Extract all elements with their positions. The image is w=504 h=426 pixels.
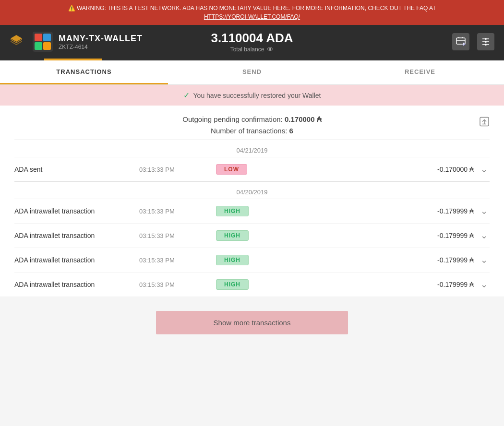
pending-text: Outgoing pending confirmation: 0.170000 …	[14, 115, 490, 124]
tx-count-text: Number of transactions: 6	[14, 127, 490, 135]
eye-icon[interactable]: 👁	[267, 46, 274, 53]
tx-expand-button[interactable]: ⌄	[479, 255, 490, 265]
svg-rect-6	[35, 42, 42, 50]
warning-banner: ⚠️ WARNING: THIS IS A TEST NETWORK. ADA …	[0, 0, 504, 25]
show-more-wrap: Show more transactions	[0, 296, 504, 349]
svg-rect-7	[43, 42, 51, 50]
pending-section: Outgoing pending confirmation: 0.170000 …	[14, 106, 490, 140]
tx-row: ADA intrawallet transaction 03:15:33 PM …	[14, 223, 490, 248]
tx-row: ADA intrawallet transaction 03:15:33 PM …	[14, 272, 490, 296]
tx-badge-high: HIGH	[216, 230, 249, 241]
tx-badge-high: HIGH	[216, 279, 249, 290]
balance-label: Total balance 👁	[211, 46, 293, 53]
tx-time: 03:15:33 PM	[139, 257, 216, 264]
tx-badge-wrap: HIGH	[216, 255, 283, 265]
send-receive-button[interactable]	[452, 33, 469, 50]
tx-badge-wrap: HIGH	[216, 230, 283, 241]
success-text: You have successfully restored your Wall…	[193, 92, 321, 99]
pending-ada-symbol: ₳	[317, 115, 322, 123]
tx-expand-button[interactable]: ⌄	[479, 279, 490, 290]
wallet-info: MANY-TX-WALLET ZKTZ-4614	[59, 34, 143, 50]
success-banner: ✓ You have successfully restored your Wa…	[0, 85, 504, 106]
warning-link[interactable]: HTTPS://YOROI-WALLET.COM/FAQ/	[8, 12, 496, 21]
date-label-1: 04/20/2019	[14, 182, 490, 199]
wallet-id: ZKTZ-4614	[59, 44, 143, 50]
export-button[interactable]	[479, 116, 490, 129]
tab-send[interactable]: SEND	[168, 60, 336, 84]
tx-row: ADA intrawallet transaction 03:15:33 PM …	[14, 248, 490, 272]
tx-amount: -0.170000 ₳	[283, 166, 479, 173]
tx-expand-button[interactable]: ⌄	[479, 206, 490, 216]
svg-point-11	[485, 44, 487, 46]
header: MANY-TX-WALLET ZKTZ-4614 3.110004 ADA To…	[0, 25, 504, 59]
tx-expand-button[interactable]: ⌄	[479, 164, 490, 175]
tab-transactions[interactable]: TRANSACTIONS	[0, 60, 168, 84]
settings-button[interactable]	[477, 33, 494, 50]
tx-time: 03:15:33 PM	[139, 281, 216, 288]
tx-badge-wrap: HIGH	[216, 279, 283, 290]
header-right	[452, 33, 494, 50]
tx-amount: -0.179999 ₳	[283, 232, 479, 239]
tab-receive[interactable]: RECEIVE	[336, 60, 504, 84]
tx-badge-low: LOW	[216, 164, 247, 175]
tx-type: ADA intrawallet transaction	[14, 207, 139, 215]
tx-type: ADA intrawallet transaction	[14, 256, 139, 264]
svg-point-10	[485, 41, 487, 43]
layers-icon	[10, 34, 23, 50]
warning-text: WARNING: THIS IS A TEST NETWORK. ADA HAS…	[77, 5, 436, 12]
main-content: Outgoing pending confirmation: 0.170000 …	[0, 106, 504, 296]
tx-amount: -0.179999 ₳	[283, 207, 479, 215]
tx-amount: -0.179999 ₳	[283, 256, 479, 264]
tx-row: ADA sent 03:13:33 PM LOW -0.170000 ₳ ⌄	[14, 157, 490, 181]
wallet-logo	[33, 32, 53, 52]
date-label-0: 04/21/2019	[14, 140, 490, 157]
balance-amount: 3.110004 ADA	[211, 31, 293, 46]
show-more-transactions-button[interactable]: Show more transactions	[156, 311, 348, 334]
svg-rect-5	[43, 34, 51, 41]
header-center: 3.110004 ADA Total balance 👁	[211, 31, 293, 53]
tx-row: ADA intrawallet transaction 03:15:33 PM …	[14, 199, 490, 223]
tx-type: ADA intrawallet transaction	[14, 281, 139, 288]
tabs: TRANSACTIONS SEND RECEIVE	[0, 60, 504, 85]
tx-badge-high: HIGH	[216, 206, 249, 216]
success-icon: ✓	[183, 91, 190, 100]
svg-point-9	[485, 38, 487, 40]
tx-type: ADA sent	[14, 166, 139, 173]
wallet-name: MANY-TX-WALLET	[59, 34, 143, 44]
export-icon	[479, 116, 490, 127]
header-left: MANY-TX-WALLET ZKTZ-4614	[10, 32, 143, 52]
tx-badge-wrap: LOW	[216, 164, 283, 175]
tx-time: 03:15:33 PM	[139, 208, 216, 215]
tx-amount: -0.179999 ₳	[283, 281, 479, 288]
tx-count-num: 6	[289, 127, 293, 135]
tx-badge-high: HIGH	[216, 255, 249, 265]
tx-time: 03:13:33 PM	[139, 166, 216, 173]
tx-badge-wrap: HIGH	[216, 206, 283, 216]
send-receive-icon	[452, 33, 469, 50]
pending-amount: 0.170000 ₳	[285, 115, 322, 123]
tx-time: 03:15:33 PM	[139, 232, 216, 239]
warning-icon: ⚠️	[68, 5, 77, 12]
settings-icon	[477, 33, 494, 50]
tx-type: ADA intrawallet transaction	[14, 232, 139, 239]
svg-rect-4	[35, 34, 42, 41]
tx-expand-button[interactable]: ⌄	[479, 230, 490, 241]
